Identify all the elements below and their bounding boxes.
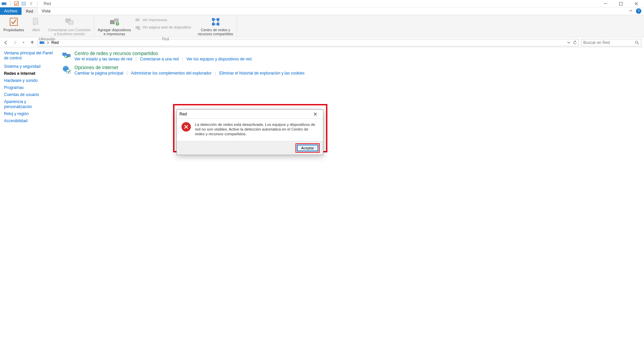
search-input[interactable]: Buscar en Red: [581, 39, 641, 46]
sidebar-item[interactable]: Cuentas de usuario: [4, 92, 54, 97]
ribbon-add-devices-l1: Agregar dispositivos: [98, 28, 131, 32]
search-icon: [635, 41, 639, 45]
sidebar-heading[interactable]: Ventana principal del Panel de control: [4, 51, 54, 61]
back-button[interactable]: [3, 39, 9, 46]
sidebar-item[interactable]: Programas: [4, 85, 54, 90]
ribbon-view-printers-label: Ver impresoras: [142, 18, 167, 22]
sidebar-item[interactable]: Hardware y sonido: [4, 78, 54, 83]
svg-rect-1: [14, 2, 18, 6]
breadcrumb-network[interactable]: Red: [51, 40, 59, 45]
address-bar[interactable]: Red: [38, 39, 579, 46]
dialog-title: Red: [179, 112, 187, 116]
network-center-icon: [210, 16, 221, 27]
svg-rect-23: [62, 53, 66, 56]
link-separator: |: [182, 57, 183, 61]
refresh-icon[interactable]: [573, 40, 577, 45]
ribbon-connect-rdp: Conectarse con Conexión a Escritorio rem…: [47, 16, 92, 37]
ribbon-open-label: Abrir: [32, 28, 40, 32]
svg-rect-21: [40, 41, 43, 44]
dialog-close-button[interactable]: [310, 111, 320, 117]
maximize-button[interactable]: [613, 0, 629, 7]
svg-rect-18: [217, 18, 219, 21]
category-icon: [62, 51, 71, 60]
sidebar-item[interactable]: Accesibilidad: [4, 118, 54, 123]
svg-rect-4: [604, 3, 607, 4]
svg-rect-6: [10, 18, 17, 26]
svg-rect-0: [2, 2, 5, 5]
svg-rect-17: [212, 18, 215, 21]
svg-point-16: [138, 27, 140, 30]
tab-view[interactable]: Vista: [38, 7, 54, 15]
recent-locations-dropdown[interactable]: [20, 39, 27, 46]
ribbon-open: Abrir: [27, 16, 46, 33]
dialog-message: La detección de redes está desactivada. …: [195, 122, 318, 136]
ribbon-network-center-l1: Centro de redes y: [201, 28, 230, 32]
category-link[interactable]: Ver el estado y las tareas de red: [74, 57, 132, 61]
svg-rect-20: [217, 23, 219, 26]
tab-network[interactable]: Red: [21, 7, 38, 15]
dialog: Red La detección de redes está desactiva…: [176, 109, 323, 155]
ribbon-properties-label: Propiedades: [3, 28, 24, 32]
ribbon-network-center-l2: recursos compartidos: [198, 32, 233, 36]
ribbon-view-printers: Ver impresoras: [133, 16, 193, 23]
titlebar: Red: [0, 0, 644, 7]
svg-rect-13: [136, 19, 140, 21]
category-link[interactable]: Conectarse a una red: [140, 57, 178, 61]
folder-qat-icon[interactable]: [21, 1, 26, 6]
address-dropdown-icon[interactable]: [567, 41, 571, 44]
accept-button[interactable]: Aceptar: [297, 145, 318, 151]
category-title[interactable]: Opciones de Internet: [74, 65, 305, 70]
main-area: Ventana principal del Panel de control S…: [0, 47, 644, 349]
properties-icon: [8, 16, 19, 27]
open-icon: [31, 16, 42, 27]
svg-rect-14: [136, 18, 139, 19]
sidebar-item[interactable]: Reloj y región: [4, 111, 54, 116]
category-link[interactable]: Cambiar la página principal: [74, 71, 123, 76]
qat-separator: [10, 1, 10, 6]
ribbon-view-device-web-label: Ver página web de dispositivo: [142, 25, 191, 29]
svg-rect-3: [30, 2, 33, 3]
chevron-right-icon[interactable]: [47, 41, 49, 44]
sidebar-item[interactable]: Redes e Internet: [4, 71, 54, 76]
forward-button: [11, 39, 18, 46]
category-link[interactable]: Eliminar el historial de exploración y l…: [219, 71, 305, 76]
properties-qat-icon[interactable]: [14, 1, 19, 6]
svg-rect-11: [114, 18, 119, 22]
window-title: Red: [44, 1, 51, 6]
category-link[interactable]: Ver los equipos y dispositivos de red: [186, 57, 252, 61]
sidebar-item[interactable]: Apariencia y personalización: [4, 99, 54, 109]
minimize-button[interactable]: [598, 0, 613, 7]
category: Centro de redes y recursos compartidosVe…: [62, 51, 640, 61]
category-link[interactable]: Administrar los complementos del explora…: [131, 71, 212, 76]
svg-rect-5: [620, 2, 623, 5]
qat-separator-2: [37, 1, 38, 6]
network-path-icon: [39, 40, 45, 45]
category-icon: [62, 65, 71, 74]
up-button[interactable]: [29, 39, 36, 46]
ribbon-add-devices[interactable]: Agregar dispositivos e impresoras: [96, 16, 132, 37]
sidebar: Ventana principal del Panel de control S…: [0, 47, 58, 349]
qat-dropdown-icon[interactable]: [29, 1, 34, 6]
ribbon-add-devices-l2: e impresoras: [104, 32, 125, 36]
collapse-ribbon-icon[interactable]: [629, 9, 633, 13]
svg-rect-9: [68, 21, 73, 24]
search-placeholder: Buscar en Red: [583, 40, 610, 45]
ribbon-properties[interactable]: Propiedades: [2, 16, 25, 33]
navbar: Red Buscar en Red: [0, 38, 644, 47]
close-button[interactable]: [629, 0, 644, 7]
category: Opciones de InternetCambiar la página pr…: [62, 65, 640, 76]
ribbon-rdp-label-1: Conectarse con Conexión: [48, 28, 91, 32]
link-separator: |: [136, 57, 137, 61]
ribbon-tabs: Archivo Red Vista ?: [0, 7, 644, 15]
ribbon-network-center[interactable]: Centro de redes y recursos compartidos: [197, 16, 234, 37]
ribbon: Propiedades Abrir Conectarse con Conexió…: [0, 15, 644, 37]
link-separator: |: [126, 71, 127, 76]
add-devices-icon: [109, 16, 120, 27]
ribbon-rdp-label-2: a Escritorio remoto: [54, 32, 85, 36]
tab-file[interactable]: Archivo: [0, 7, 21, 15]
help-icon[interactable]: ?: [636, 8, 641, 14]
sidebar-item[interactable]: Sistema y seguridad: [4, 64, 54, 69]
app-icon: [1, 1, 7, 6]
category-title[interactable]: Centro de redes y recursos compartidos: [74, 51, 252, 56]
printer-icon: [135, 17, 140, 22]
